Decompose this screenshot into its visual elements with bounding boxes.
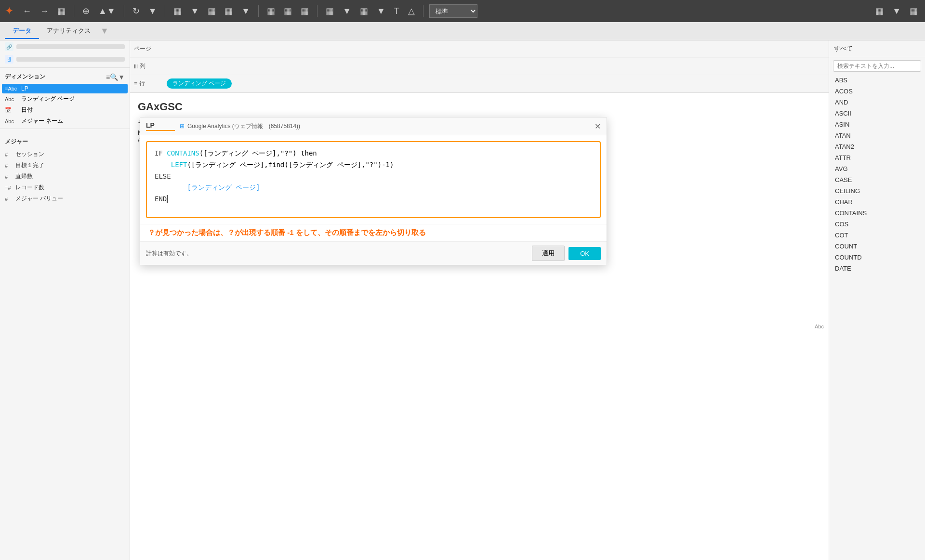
fn-cot[interactable]: COT	[829, 230, 925, 241]
formula-status: 計算は有効です。	[146, 249, 528, 258]
fn-cos[interactable]: COS	[829, 219, 925, 230]
tabs-dropdown-button[interactable]: ▼	[100, 26, 109, 36]
measure-icon-value: #	[5, 196, 13, 202]
fn-contains[interactable]: CONTAINS	[829, 208, 925, 219]
underline-button[interactable]: ▦	[323, 5, 336, 17]
sort-asc-button[interactable]: ▦	[281, 5, 294, 17]
chart-type1-button[interactable]: ▦	[171, 5, 184, 17]
function-search-input[interactable]	[833, 60, 921, 72]
fn-acos[interactable]: ACOS	[829, 86, 925, 97]
fn-and[interactable]: AND	[829, 97, 925, 108]
fn-attr[interactable]: ATTR	[829, 152, 925, 163]
sort-desc-button[interactable]: ▦	[298, 5, 311, 17]
datasource-dropdown-button[interactable]: ▲▼	[96, 5, 118, 17]
main-layout: 🔗 🗄 ディメンション ≡ 🔍 ▼ ≡Abc LP Abc ランディング ページ…	[0, 40, 925, 560]
fn-case[interactable]: CASE	[829, 174, 925, 185]
fn-char[interactable]: CHAR	[829, 196, 925, 208]
present-button[interactable]: ▦	[907, 5, 920, 17]
rows-pill[interactable]: ランディング ページ	[167, 78, 232, 89]
chart-view-dropdown[interactable]: ▼	[890, 5, 903, 17]
refresh-dropdown-button[interactable]: ▼	[146, 5, 159, 17]
standard-dropdown[interactable]: 標準	[429, 4, 477, 18]
abc-label-1: Abc	[815, 324, 824, 329]
field-major[interactable]: Abc メジャー ネーム	[0, 116, 130, 127]
clip-dropdown[interactable]: ▼	[374, 5, 388, 17]
dimensions-search-btn[interactable]: 🔍	[110, 73, 118, 81]
code-line3: ELSE	[155, 171, 592, 182]
formula-editor[interactable]: IF CONTAINS([ランディング ページ],"?") then LEFT(…	[146, 141, 601, 218]
cursor	[167, 195, 168, 203]
dimensions-more-btn[interactable]: ▼	[118, 73, 125, 81]
measure-icon-record: ≡#	[5, 185, 13, 191]
measure-bounce[interactable]: # 直帰数	[0, 171, 130, 182]
text-button[interactable]: T	[392, 5, 402, 17]
field-type-landing: Abc	[5, 96, 18, 102]
measure-icon-sessions: #	[5, 152, 13, 157]
db-name-2	[16, 57, 125, 62]
save-button[interactable]: ▦	[55, 5, 68, 17]
chart-type3-dropdown[interactable]: ▼	[239, 5, 252, 17]
field-landing[interactable]: Abc ランディング ページ	[0, 93, 130, 104]
measure-name-bounce: 直帰数	[15, 172, 33, 181]
clip-button[interactable]: ▦	[357, 5, 370, 17]
field-type-date: 📅	[5, 107, 18, 113]
field-type-lp: ≡Abc	[5, 86, 18, 91]
right-panel-header: すべて	[829, 40, 925, 57]
formula-footer: 計算は有効です。 適用 OK	[140, 241, 607, 265]
measure-record[interactable]: ≡# レコード数	[0, 182, 130, 193]
sidebar-divider-1	[0, 67, 130, 68]
rows-icon: ≡	[134, 80, 137, 87]
field-date[interactable]: 📅 日付	[0, 104, 130, 116]
measure-goal[interactable]: # 目標１完了	[0, 160, 130, 171]
tab-data[interactable]: データ	[5, 24, 39, 39]
chart-type2-button[interactable]: ▦	[205, 5, 218, 17]
tab-analytics[interactable]: アナリティクス	[39, 24, 98, 39]
formula-close-button[interactable]: ✕	[595, 122, 601, 131]
apply-button[interactable]: 適用	[532, 246, 565, 261]
toolbar-sep2	[124, 5, 124, 17]
columns-shelf: iii 列	[130, 58, 829, 75]
formula-source: ⊞ Google Analytics (ウェブ情報 (65875814))	[180, 122, 590, 130]
measure-sessions[interactable]: # セッション	[0, 149, 130, 160]
toolbar-sep1	[74, 5, 74, 17]
fn-asin[interactable]: ASIN	[829, 119, 925, 130]
group-button[interactable]: ▦	[264, 5, 278, 17]
measure-value[interactable]: # メジャー バリュー	[0, 193, 130, 204]
pin-button[interactable]: △	[406, 5, 417, 17]
dimensions-list-btn[interactable]: ≡	[106, 73, 110, 81]
forward-button[interactable]: →	[38, 5, 51, 17]
function-list: ABS ACOS AND ASCII ASIN ATAN ATAN2 ATTR …	[829, 75, 925, 560]
chart-type3-button[interactable]: ▦	[222, 5, 235, 17]
fn-count[interactable]: COUNT	[829, 241, 925, 252]
fn-abs[interactable]: ABS	[829, 75, 925, 86]
toolbar-sep6	[423, 5, 423, 17]
fn-ascii[interactable]: ASCII	[829, 108, 925, 119]
formula-field-name[interactable]: LP	[146, 121, 175, 131]
fn-ceiling[interactable]: CEILING	[829, 185, 925, 196]
underline-dropdown[interactable]: ▼	[340, 5, 354, 17]
add-datasource-button[interactable]: ⊕	[80, 5, 92, 17]
db-item-1[interactable]: 🔗	[0, 40, 130, 53]
pages-label: ページ	[134, 45, 163, 53]
rows-label: ≡ 行	[134, 79, 163, 88]
code-line5: END	[155, 194, 592, 205]
chart-type1-dropdown[interactable]: ▼	[188, 5, 201, 17]
fn-atan2[interactable]: ATAN2	[829, 141, 925, 152]
fn-atan[interactable]: ATAN	[829, 130, 925, 141]
fn-avg[interactable]: AVG	[829, 163, 925, 174]
chart-view-button[interactable]: ▦	[873, 5, 886, 17]
toolbar-sep3	[165, 5, 165, 17]
fn-countd[interactable]: COUNTD	[829, 252, 925, 263]
db-icon-1: 🔗	[5, 42, 13, 51]
formula-hint: ？が見つかった場合は、？が出現する順番 -1 をして、その順番までを左から切り取…	[140, 224, 607, 241]
refresh-button[interactable]: ↻	[130, 5, 142, 17]
measure-icon-goal: #	[5, 163, 13, 169]
formula-source-icon: ⊞	[180, 123, 185, 130]
ok-button[interactable]: OK	[568, 247, 601, 260]
fn-date[interactable]: DATE	[829, 263, 925, 274]
measures-header: メジャー	[0, 135, 130, 149]
field-lp[interactable]: ≡Abc LP	[2, 84, 128, 93]
db-item-2[interactable]: 🗄	[0, 53, 130, 65]
back-button[interactable]: ←	[20, 5, 34, 17]
measure-icon-bounce: #	[5, 174, 13, 180]
